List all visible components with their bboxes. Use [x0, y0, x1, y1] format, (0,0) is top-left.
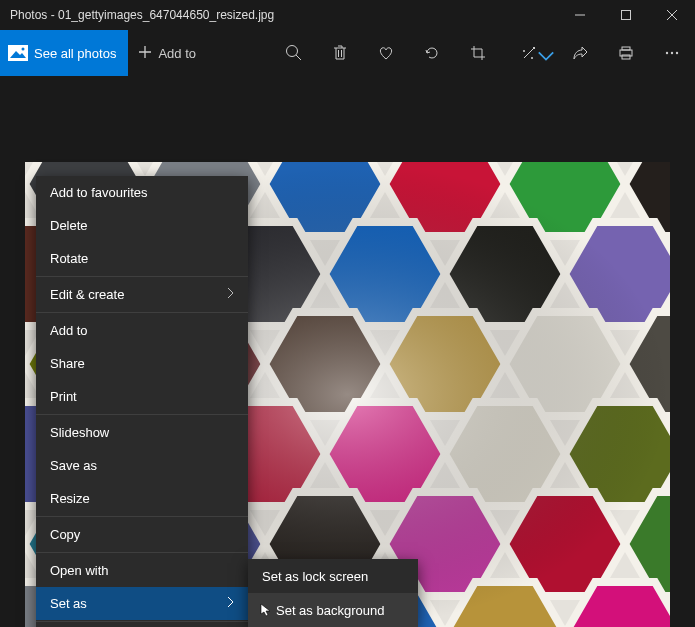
trash-icon: [331, 44, 349, 62]
magic-icon: [520, 44, 538, 62]
sub-lock-screen[interactable]: Set as lock screen: [248, 559, 418, 593]
separator: [36, 552, 248, 553]
ctx-label: Resize: [50, 491, 90, 506]
heart-icon: [377, 44, 395, 62]
ctx-save-as[interactable]: Save as: [36, 449, 248, 482]
ctx-label: Edit & create: [50, 287, 124, 302]
ctx-label: Open with: [50, 563, 109, 578]
ctx-open-with[interactable]: Open with: [36, 554, 248, 587]
share-icon: [571, 44, 589, 62]
chevron-down-icon: [537, 47, 555, 69]
chevron-right-icon: [226, 596, 234, 611]
sub-label: Set as background: [262, 603, 384, 618]
ctx-delete[interactable]: Delete: [36, 209, 248, 242]
ctx-label: Delete: [50, 218, 88, 233]
ctx-add-to[interactable]: Add to: [36, 314, 248, 347]
delete-button[interactable]: [317, 30, 363, 76]
ctx-share[interactable]: Share: [36, 347, 248, 380]
separator: [36, 276, 248, 277]
see-all-label: See all photos: [34, 46, 116, 61]
ctx-label: Print: [50, 389, 77, 404]
minimize-button[interactable]: [557, 0, 603, 30]
close-icon: [667, 10, 677, 20]
more-button[interactable]: [649, 30, 695, 76]
share-button[interactable]: [557, 30, 603, 76]
crop-icon: [469, 44, 487, 62]
ctx-label: Set as: [50, 596, 87, 611]
separator: [36, 312, 248, 313]
photo-icon: [8, 45, 28, 61]
svg-point-4: [287, 46, 298, 57]
svg-point-9: [671, 52, 673, 54]
photos-window: Photos - 01_gettyimages_647044650_resize…: [0, 0, 695, 627]
rotate-icon: [423, 44, 441, 62]
maximize-button[interactable]: [603, 0, 649, 30]
context-menu: Add to favourites Delete Rotate Edit & c…: [36, 176, 248, 627]
chevron-right-icon: [226, 287, 234, 302]
rotate-button[interactable]: [409, 30, 455, 76]
window-title: Photos - 01_gettyimages_647044650_resize…: [0, 8, 274, 22]
ctx-label: Share: [50, 356, 85, 371]
ctx-label: Rotate: [50, 251, 88, 266]
close-button[interactable]: [649, 0, 695, 30]
plus-icon: [138, 45, 152, 62]
sub-label: Set as lock screen: [262, 569, 368, 584]
toolbar: See all photos Add to: [0, 30, 695, 76]
ctx-label: Save as: [50, 458, 97, 473]
cursor-icon: [260, 603, 272, 620]
more-icon: [663, 44, 681, 62]
svg-point-10: [676, 52, 678, 54]
ctx-label: Add to favourites: [50, 185, 148, 200]
ctx-print[interactable]: Print: [36, 380, 248, 413]
ctx-label: Slideshow: [50, 425, 109, 440]
minimize-icon: [575, 10, 585, 20]
zoom-button[interactable]: [271, 30, 317, 76]
ctx-rotate[interactable]: Rotate: [36, 242, 248, 275]
separator: [36, 414, 248, 415]
zoom-icon: [285, 44, 303, 62]
set-as-submenu: Set as lock screen Set as background: [248, 559, 418, 627]
edit-dropdown-button[interactable]: [501, 30, 557, 76]
ctx-slideshow[interactable]: Slideshow: [36, 416, 248, 449]
see-all-photos-button[interactable]: See all photos: [0, 30, 128, 76]
favourite-button[interactable]: [363, 30, 409, 76]
ctx-add-favourites[interactable]: Add to favourites: [36, 176, 248, 209]
ctx-view-actual-size[interactable]: View actual size: [36, 623, 248, 627]
crop-button[interactable]: [455, 30, 501, 76]
svg-rect-0: [622, 11, 631, 20]
add-to-button[interactable]: Add to: [128, 30, 210, 76]
svg-rect-6: [622, 47, 630, 50]
svg-point-3: [22, 48, 25, 51]
ctx-resize[interactable]: Resize: [36, 482, 248, 515]
ctx-edit-create[interactable]: Edit & create: [36, 278, 248, 311]
print-icon: [617, 44, 635, 62]
maximize-icon: [621, 10, 631, 20]
ctx-label: Add to: [50, 323, 88, 338]
separator: [36, 621, 248, 622]
svg-point-8: [666, 52, 668, 54]
toolbar-icons: [271, 30, 695, 76]
ctx-set-as[interactable]: Set as: [36, 587, 248, 620]
ctx-label: Copy: [50, 527, 80, 542]
add-to-label: Add to: [158, 46, 196, 61]
print-button[interactable]: [603, 30, 649, 76]
titlebar[interactable]: Photos - 01_gettyimages_647044650_resize…: [0, 0, 695, 30]
ctx-copy[interactable]: Copy: [36, 518, 248, 551]
sub-background[interactable]: Set as background: [248, 593, 418, 627]
separator: [36, 516, 248, 517]
